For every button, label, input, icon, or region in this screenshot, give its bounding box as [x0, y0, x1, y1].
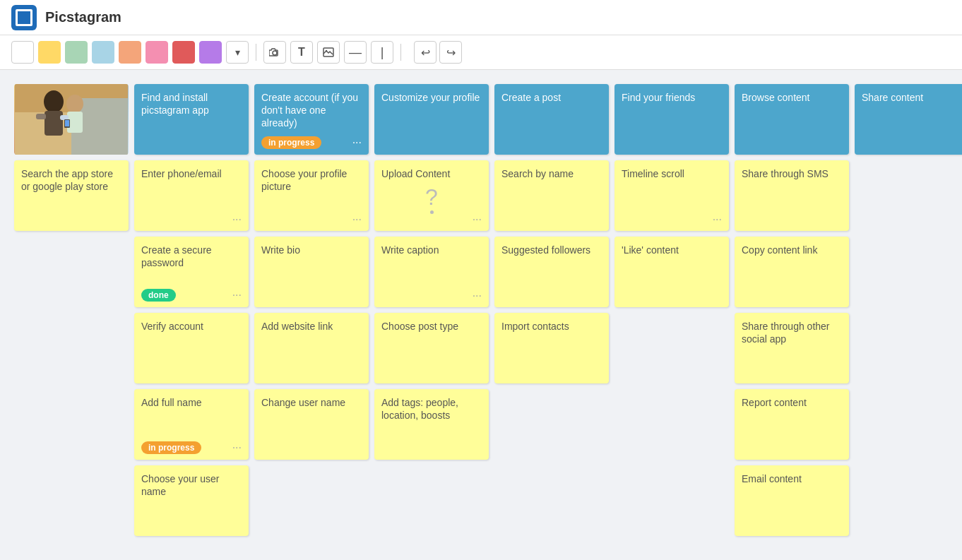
redo-btn[interactable]: ↪: [439, 41, 462, 64]
card-create-post-header[interactable]: Create a post: [494, 84, 609, 155]
card-profile-picture[interactable]: Choose your profile picture ···: [254, 160, 369, 231]
card-customize-header[interactable]: Customize your profile: [374, 84, 489, 155]
card-footer: in progress ···: [141, 441, 242, 454]
text-btn[interactable]: T: [290, 41, 313, 64]
card-title: Search the app store or google play stor…: [21, 168, 113, 192]
line-btn[interactable]: —: [344, 41, 367, 64]
card-search-by-name[interactable]: Search by name: [494, 160, 609, 231]
card-footer: ···: [141, 214, 242, 225]
toolbar-divider-2: [400, 44, 401, 61]
app-logo-icon[interactable]: [11, 5, 37, 30]
card-footer: ···: [622, 214, 722, 225]
camera-btn[interactable]: [263, 41, 286, 64]
card-add-website[interactable]: Add website link: [254, 313, 369, 383]
card-title: Find your friends: [622, 92, 695, 103]
card-add-tags[interactable]: Add tags: people, location, boosts: [374, 389, 489, 460]
card-title: Choose your user name: [141, 473, 220, 497]
card-title: Suggested followers: [501, 244, 590, 256]
card-title: Add full name: [141, 397, 202, 408]
dots-menu[interactable]: ···: [232, 290, 242, 301]
image-placeholder: [14, 84, 129, 155]
card-title: Email content: [742, 473, 802, 484]
card-timeline-scroll[interactable]: Timeline scroll ···: [614, 160, 729, 231]
color-green-btn[interactable]: [65, 41, 88, 64]
color-purple-btn[interactable]: [199, 41, 222, 64]
card-add-full-name[interactable]: Add full name in progress ···: [134, 389, 249, 460]
divider-btn[interactable]: |: [371, 41, 393, 64]
toolbar: ▾ T — | ↩ ↪: [0, 35, 962, 70]
card-search-app-store[interactable]: Search the app store or google play stor…: [14, 160, 129, 231]
card-title: Write caption: [381, 244, 439, 256]
card-browse-content-header[interactable]: Browse content: [735, 84, 849, 155]
color-red-btn[interactable]: [172, 41, 195, 64]
card-find-friends-header[interactable]: Find your friends: [614, 84, 729, 155]
undo-btn[interactable]: ↩: [414, 41, 437, 64]
column-find-install: Find and install picstagram app Enter ph…: [131, 81, 251, 539]
card-choose-username[interactable]: Choose your user name: [134, 465, 249, 536]
card-copy-link[interactable]: Copy content link: [735, 237, 849, 307]
dots-menu[interactable]: ···: [713, 214, 722, 225]
card-footer: ···: [261, 214, 362, 225]
card-title: Share through other social app: [742, 321, 830, 345]
dots-menu[interactable]: ···: [232, 442, 242, 453]
app-title: Picstagram: [45, 9, 121, 25]
dots-menu[interactable]: ···: [352, 214, 362, 225]
svg-point-0: [273, 51, 277, 55]
camera-icon: [269, 47, 280, 58]
board: Search the app store or google play stor…: [0, 70, 962, 550]
card-verify-account[interactable]: Verify account: [134, 313, 249, 383]
card-title: Upload Content: [381, 167, 450, 180]
card-share-content-header[interactable]: Share content: [855, 84, 962, 155]
card-like-content[interactable]: 'Like' content: [614, 237, 729, 307]
card-share-other-social[interactable]: Share through other social app: [735, 313, 849, 383]
card-title: Verify account: [141, 321, 203, 332]
card-title: Search by name: [501, 168, 574, 179]
question-mark-icon: ?: [425, 186, 438, 208]
card-suggested-followers[interactable]: Suggested followers: [494, 237, 609, 307]
card-write-bio[interactable]: Write bio: [254, 237, 369, 307]
card-title: Change user name: [261, 397, 345, 408]
card-choose-post-type[interactable]: Choose post type: [374, 313, 489, 383]
card-title: Add tags: people, location, boosts: [381, 397, 458, 421]
card-title: Report content: [742, 397, 807, 408]
card-report-content[interactable]: Report content: [735, 389, 849, 460]
card-title: Choose your profile picture: [261, 168, 347, 192]
column-share-content: Share content: [852, 81, 962, 539]
card-secure-password[interactable]: Create a secure password done ···: [134, 237, 249, 307]
card-write-caption[interactable]: Write caption ···: [374, 237, 489, 307]
color-yellow-btn[interactable]: [38, 41, 61, 64]
card-change-username[interactable]: Change user name: [254, 389, 369, 460]
card-title: Add website link: [261, 321, 333, 332]
card-title: Share through SMS: [742, 168, 829, 179]
svg-point-2: [326, 50, 327, 52]
toolbar-divider-1: [256, 44, 256, 61]
card-title: Choose post type: [381, 321, 458, 332]
dots-menu[interactable]: ···: [352, 137, 362, 148]
color-pink-btn[interactable]: [146, 41, 168, 64]
board-image-card: [14, 84, 129, 155]
column-browse-content: Browse content Share through SMS Copy co…: [732, 81, 852, 539]
card-title: Copy content link: [742, 244, 817, 256]
column-create-post: Create a post Search by name Suggested f…: [492, 81, 612, 539]
card-upload-content[interactable]: Upload Content ? ···: [374, 160, 489, 231]
card-enter-phone[interactable]: Enter phone/email ···: [134, 160, 249, 231]
color-blue-btn[interactable]: [92, 41, 114, 64]
card-create-account-header[interactable]: Create account (if you don't have one al…: [254, 84, 369, 155]
card-share-sms[interactable]: Share through SMS: [735, 160, 849, 231]
color-peach-btn[interactable]: [119, 41, 141, 64]
badge-inprogress: in progress: [141, 441, 201, 454]
image-icon: [323, 47, 334, 58]
card-find-install-header[interactable]: Find and install picstagram app: [134, 84, 249, 155]
svg-point-6: [44, 90, 64, 113]
dots-menu[interactable]: ···: [232, 214, 242, 225]
card-footer: ···: [381, 290, 482, 302]
card-title: Find and install picstagram app: [141, 92, 209, 116]
dots-menu[interactable]: ···: [473, 214, 482, 225]
image-btn[interactable]: [317, 41, 340, 64]
card-email-content[interactable]: Email content: [735, 465, 849, 536]
dropdown-btn[interactable]: ▾: [226, 41, 249, 64]
color-white-btn[interactable]: [11, 41, 34, 64]
column-find-friends: Find your friends Timeline scroll ··· 'L…: [612, 81, 732, 539]
card-import-contacts[interactable]: Import contacts: [494, 313, 609, 383]
dots-menu[interactable]: ···: [473, 290, 482, 302]
